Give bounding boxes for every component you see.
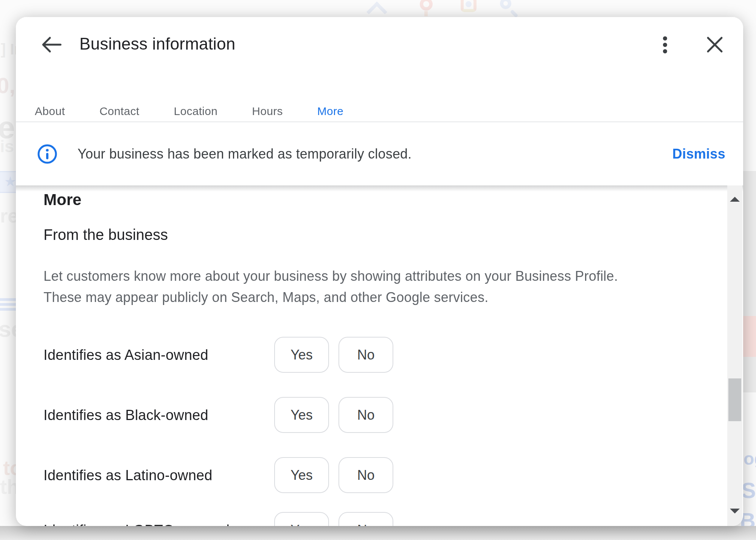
more-options-button[interactable]: [653, 33, 677, 56]
attribute-label: Identifies as Black-owned: [43, 407, 208, 423]
section-heading: More: [43, 191, 81, 209]
photo-icon: [461, 0, 477, 12]
attribute-label: Identifies as LGBTQ+ owned: [43, 522, 230, 526]
attribute-row: Identifies as LGBTQ+ owned Yes No: [16, 512, 743, 526]
background-toolbar: [0, 0, 756, 13]
attribute-label: Identifies as Asian-owned: [43, 347, 208, 363]
kebab-menu-icon: [663, 36, 667, 40]
temporarily-closed-banner: Your business has been marked as tempora…: [16, 122, 743, 185]
yes-button[interactable]: Yes: [274, 337, 329, 373]
info-icon: [37, 143, 58, 165]
no-button[interactable]: No: [338, 397, 393, 433]
attribute-row: Identifies as Asian-owned Yes No: [16, 337, 743, 373]
business-information-dialog: Business information About Contact Locat…: [16, 17, 743, 526]
banner-message: Your business has been marked as tempora…: [78, 146, 412, 162]
back-button[interactable]: [40, 33, 63, 56]
background-panel: [742, 171, 756, 392]
scroll-up-button[interactable]: [727, 186, 742, 201]
attribute-row: Identifies as Latino-owned Yes No: [16, 457, 743, 493]
attribute-label: Identifies as Latino-owned: [43, 467, 213, 483]
no-button[interactable]: No: [338, 337, 393, 373]
background-lower-band: [0, 526, 756, 540]
section-description: Let customers know more about your busin…: [43, 266, 694, 308]
close-icon: [703, 33, 727, 56]
scroll-content: More From the business Let customers kno…: [16, 185, 743, 526]
dialog-header: Business information: [16, 17, 743, 93]
triangle-up-icon: [730, 191, 740, 202]
from-the-business-title: From the business: [43, 226, 168, 243]
scrollbar[interactable]: [727, 185, 742, 526]
background-text-fragment: Se: [741, 478, 756, 503]
yes-button[interactable]: Yes: [274, 512, 329, 526]
map-pin-icon: [420, 0, 433, 11]
triangle-down-icon: [730, 509, 740, 519]
arrow-left-icon: [40, 33, 63, 56]
search-icon: [500, 0, 511, 9]
dismiss-button[interactable]: Dismiss: [672, 146, 725, 162]
background-panel: [742, 316, 756, 357]
scrollbar-thumb[interactable]: [728, 378, 741, 421]
attribute-row: Identifies as Black-owned Yes No: [16, 397, 743, 433]
attribute-list: Identifies as Asian-owned Yes No Identif…: [16, 337, 743, 526]
no-button[interactable]: No: [338, 512, 393, 526]
scroll-down-button[interactable]: [727, 509, 742, 524]
yes-button[interactable]: Yes: [274, 457, 329, 493]
chevron-up-icon: [369, 1, 386, 18]
no-button[interactable]: No: [338, 457, 393, 493]
background-text-fragment: og: [744, 448, 756, 469]
page-title: Business information: [79, 34, 235, 53]
close-button[interactable]: [703, 33, 727, 56]
yes-button[interactable]: Yes: [274, 397, 329, 433]
